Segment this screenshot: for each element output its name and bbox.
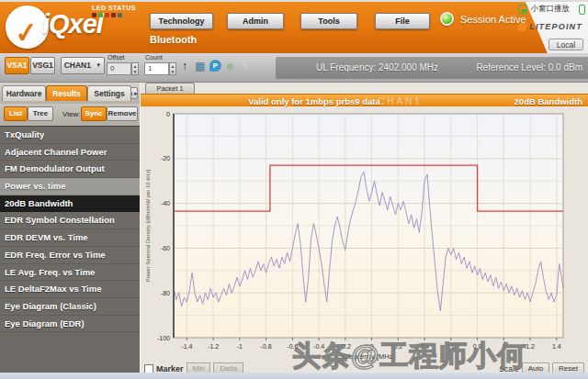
svg-text:-0.6: -0.6 [287,343,298,350]
sync-button[interactable]: Sync [81,106,107,121]
list-item[interactable]: FM Demodulator Output [0,161,140,178]
chart-header: CHAN1 Valid only for 1mbps prbs9 data 20… [141,94,588,106]
count-label: Count [145,54,163,61]
svg-text:-0.4: -0.4 [313,343,324,350]
list-view-button[interactable]: List [4,106,28,121]
litepoint-logo-icon [517,23,528,31]
list-item[interactable]: EDR Freq. Error vs Time [0,247,140,264]
list-item[interactable]: Adjacent Channel Power [0,144,140,162]
marker-checkbox[interactable] [144,364,153,373]
chart-panel: Packet 1 CHAN1 Valid only for 1mbps prbs… [140,83,588,373]
svg-text:-1.2: -1.2 [208,343,219,350]
sidebar-tabs: ◄► HardwareResultsSettings [0,83,140,104]
session-active-icon [440,12,454,26]
menu-button-file[interactable]: File [375,13,430,29]
remove-button[interactable]: Remove [107,106,138,121]
list-item[interactable]: Power vs. time [0,178,140,195]
session-status: Session Active [440,12,526,26]
grid-table-icon[interactable]: ▦ [195,60,205,72]
channel-select[interactable]: CHAN1 ▼ [61,57,105,74]
measurement-list: TxQualityAdjacent Channel PowerFM Demodu… [0,126,140,373]
led-status-block: LED STATUS [92,5,136,17]
menu-button-tools[interactable]: Tools [300,13,357,29]
local-button[interactable]: Local [548,39,583,50]
list-item[interactable]: LE Avg. Freq. vs Time [0,264,140,282]
spectrum-chart[interactable]: -1.4-1.2-1-0.8-0.6-0.4-0.200.20.40.60.81… [141,106,588,362]
svg-text:1.2: 1.2 [526,343,535,350]
svg-text:0.2: 0.2 [393,343,402,350]
svg-text:-1.4: -1.4 [181,343,192,350]
chart-measurement-name: 20dB Bandwidth [514,96,582,106]
count-stepper[interactable]: ▲▼ [169,62,176,75]
instrument-toolbar: VSA1 VSG1 CHAN1 ▼ Offset 0 ▲▼ Count 1 ▲▼… [0,53,588,83]
list-item[interactable]: EDR DEVM vs. Time [0,229,140,247]
svg-text:-1: -1 [237,343,243,350]
run-arrow-icon[interactable]: ↑ [182,60,187,72]
packet-tab[interactable]: Packet 1 [145,83,195,94]
litepoint-brand-text: LITEPOINT [529,22,582,31]
svg-text:-80: -80 [161,290,170,296]
svg-text:-60: -60 [161,245,170,251]
marker-label: Marker [156,364,184,373]
list-item[interactable]: 20dB Bandwidth [0,195,140,213]
sidebar-view-controls: List Tree View: Sync Remove [0,104,140,126]
vsa1-button[interactable]: VSA1 [5,57,29,74]
reference-level-readout: Reference Level: 0.0 dBm [476,62,582,72]
view-label: View: [62,110,80,118]
frequency-info-panel: UL Frequency: 2402.000 MHz Reference Lev… [276,57,588,79]
svg-text:-0.2: -0.2 [340,343,351,350]
pencil-icon[interactable]: ✎ [241,60,250,72]
channel-select-value: CHAN1 [64,61,91,70]
svg-text:0.8: 0.8 [473,343,482,350]
chart-title: Valid only for 1mbps prbs9 data [141,96,488,106]
results-sidebar: ◄► HardwareResultsSettings List Tree Vie… [0,83,140,373]
tab-results[interactable]: Results [46,85,87,101]
list-item[interactable]: EDR Symbol Constellation [0,212,140,229]
offset-stepper[interactable]: ▲▼ [131,62,139,75]
ul-frequency-readout: UL Frequency: 2402.000 MHz [316,62,438,72]
pip-window-icon[interactable] [518,5,527,14]
tree-view-button[interactable]: Tree [28,106,53,121]
scale-label: Scale [499,364,518,373]
litepoint-brand: LITEPOINT [518,22,582,31]
count-field[interactable]: 1 [144,62,169,75]
diamond-icon[interactable]: ◆ [226,60,234,72]
tab-hardware[interactable]: Hardware [2,85,46,101]
led-status-label: LED STATUS [92,5,136,11]
led-dot-icon [118,13,122,17]
list-item[interactable]: Eye Diagram (EDR) [0,316,140,333]
session-status-text: Session Active [460,14,526,25]
vsg1-button[interactable]: VSG1 [30,57,55,74]
svg-text:-40: -40 [161,200,170,206]
chevron-down-icon: ▼ [96,58,101,73]
offset-field[interactable]: 0 [107,62,131,75]
svg-text:1.4: 1.4 [552,343,561,350]
bottom-status-strip [0,373,588,379]
svg-text:-100: -100 [157,335,170,341]
menu-button-admin[interactable]: Admin [227,13,284,29]
list-item[interactable]: LE DeltaF2Max vs Time [0,281,140,298]
svg-text:Frequency [MHz]: Frequency [MHz] [342,352,394,361]
led-dot-icon [105,13,109,17]
svg-text:0: 0 [166,111,170,117]
app-window: ✓ iQxel LED STATUS TechnologyAdminToolsF… [0,0,588,379]
technology-label: Bluetooth [150,34,197,45]
led-dot-icon [92,13,96,17]
tab-settings[interactable]: Settings [87,85,131,101]
list-item[interactable]: Eye Diagram (Classic) [0,298,140,316]
pin-p-icon[interactable]: P [209,60,221,72]
pip-overlay[interactable]: 小窗口播放 [518,4,586,15]
svg-text:0: 0 [370,343,374,350]
top-header: ✓ iQxel LED STATUS TechnologyAdminToolsF… [0,2,588,53]
pip-rotate-icon[interactable] [579,5,585,15]
logo-check-icon: ✓ [13,16,40,50]
svg-text:0.6: 0.6 [447,343,456,350]
svg-text:Power Spectral Density [dBm/mW: Power Spectral Density [dBm/mW per 10 kH… [145,169,151,282]
svg-text:-0.8: -0.8 [261,343,272,350]
led-indicators [92,13,136,17]
svg-text:1: 1 [502,343,505,350]
menu-button-technology[interactable]: Technology [150,13,213,29]
list-item[interactable]: TxQuality [0,127,140,144]
pip-label[interactable]: 小窗口播放 [531,4,571,15]
led-dot-icon [98,13,103,17]
